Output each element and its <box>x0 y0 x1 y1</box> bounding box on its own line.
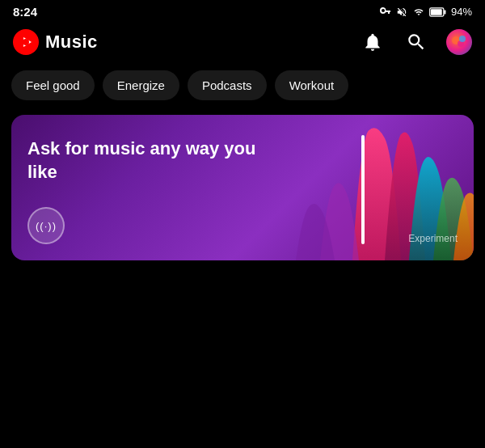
chip-energize[interactable]: Energize <box>103 70 179 100</box>
voice-icon: ((·)) <box>36 220 57 232</box>
svg-point-8 <box>459 36 466 42</box>
bell-icon <box>362 32 383 53</box>
app-title: Music <box>45 32 98 53</box>
svg-rect-2 <box>431 9 442 15</box>
key-icon <box>378 7 391 17</box>
app-bar: Music <box>0 22 485 64</box>
battery-percentage: 94% <box>451 6 472 18</box>
search-icon <box>406 32 427 53</box>
search-button[interactable] <box>403 28 430 56</box>
signal-icon <box>412 7 425 17</box>
cursor-bar <box>361 135 365 244</box>
experiment-label: Experiment <box>408 233 458 244</box>
avatar[interactable] <box>446 29 472 55</box>
music-ask-card: Ask for music any way you like <box>11 115 474 260</box>
status-bar: 8:24 94% <box>0 0 485 22</box>
card-bottom: ((·)) Experiment <box>27 207 458 244</box>
status-icons: 94% <box>378 6 472 18</box>
chip-feel-good[interactable]: Feel good <box>11 70 95 100</box>
app-bar-right <box>359 28 472 56</box>
battery-icon <box>429 7 447 17</box>
chip-podcasts[interactable]: Podcasts <box>188 70 267 100</box>
avatar-icon <box>449 32 469 52</box>
mute-icon <box>395 6 408 18</box>
filter-chips: Feel good Energize Podcasts Workout <box>0 64 485 110</box>
svg-rect-1 <box>444 10 445 14</box>
chip-workout[interactable]: Workout <box>275 70 349 100</box>
notifications-button[interactable] <box>359 28 386 56</box>
status-time: 8:24 <box>13 5 37 19</box>
yt-music-logo-icon <box>13 29 39 55</box>
card-tagline: Ask for music any way you like <box>27 137 264 184</box>
app-bar-left: Music <box>13 29 98 55</box>
svg-point-5 <box>23 39 29 45</box>
voice-button[interactable]: ((·)) <box>27 207 65 244</box>
